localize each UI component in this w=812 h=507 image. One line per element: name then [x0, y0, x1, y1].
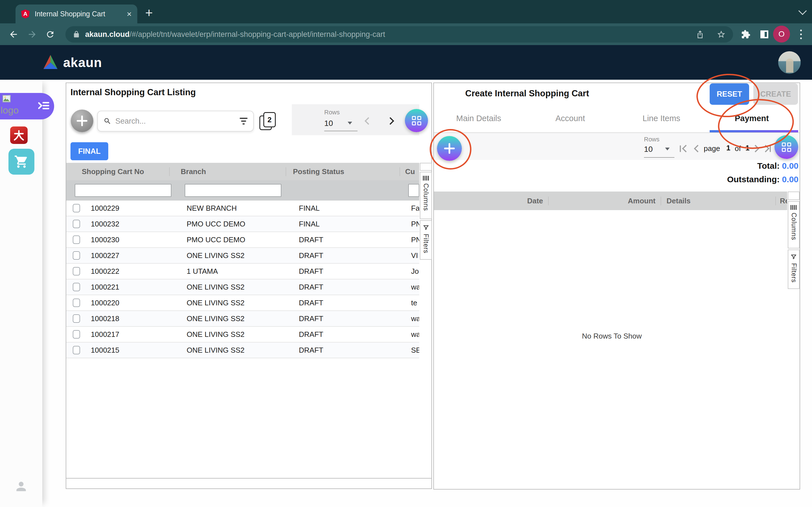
search-placeholder: Search... — [115, 117, 240, 126]
listing-grid-view-button[interactable] — [405, 109, 428, 132]
rows-per-page-value[interactable]: 10 — [644, 145, 653, 154]
tab-close-icon[interactable]: × — [126, 10, 132, 18]
payment-table: Date Amount Details Re — [434, 191, 787, 210]
col-posting-status[interactable]: Posting Status — [286, 167, 400, 176]
listing-table: Shopping Cart No Branch Posting Status C… — [66, 163, 419, 358]
sidebar-expand-icon[interactable] — [37, 99, 50, 112]
tab-search-chevron-icon[interactable] — [799, 7, 807, 15]
sidebar-person-icon[interactable] — [14, 480, 28, 494]
rows-select-underline — [324, 131, 357, 131]
tab-main-details[interactable]: Main Details — [456, 114, 501, 123]
col-created-clipped[interactable]: Cu — [400, 167, 419, 176]
col-date[interactable]: Date — [434, 196, 548, 205]
rows-caret-icon[interactable] — [348, 122, 352, 124]
browser-toolbar: akaun.cloud/#/applet/tnt/wavelet/erp/int… — [0, 23, 812, 45]
page-word: page — [704, 144, 720, 153]
sidebar-app-red-icon[interactable] — [10, 126, 28, 144]
listing-add-button[interactable] — [71, 110, 93, 132]
col-details[interactable]: Details — [661, 196, 775, 205]
listing-table-header: Shopping Cart No Branch Posting Status C… — [66, 163, 419, 180]
new-tab-button[interactable]: + — [145, 6, 153, 19]
table-row[interactable]: 1000229NEW BRANCH FINALFa — [66, 201, 419, 216]
table-row[interactable]: 10002221 UTAMA DRAFTJo — [66, 264, 419, 279]
extensions-puzzle-icon[interactable] — [739, 23, 752, 45]
row-checkbox[interactable] — [73, 235, 80, 244]
table-row[interactable]: 1000230PMO UCC DEMO DRAFTPN — [66, 232, 419, 248]
table-row[interactable]: 1000221ONE LIVING SS2 DRAFTwa — [66, 279, 419, 295]
sidebar-shopping-cart-icon[interactable] — [8, 149, 35, 175]
menu-dots-icon[interactable] — [797, 23, 805, 45]
reload-icon[interactable] — [44, 23, 56, 45]
row-checkbox[interactable] — [73, 330, 80, 339]
share-icon[interactable] — [696, 30, 704, 39]
columns-icon — [423, 176, 429, 180]
filters-side-tab[interactable]: Filters — [420, 220, 432, 260]
col-amount[interactable]: Amount — [548, 196, 661, 205]
url-bar[interactable]: akaun.cloud/#/applet/tnt/wavelet/erp/int… — [65, 26, 733, 43]
plus-icon — [77, 115, 87, 126]
prev-page-icon[interactable] — [694, 145, 702, 152]
rows-caret-icon[interactable] — [665, 148, 670, 151]
filter-created-input[interactable] — [408, 184, 419, 197]
row-checkbox[interactable] — [73, 298, 80, 307]
final-filter-button[interactable]: FINAL — [70, 142, 108, 160]
lock-icon — [73, 31, 80, 38]
row-checkbox[interactable] — [73, 314, 80, 323]
forward-icon[interactable] — [26, 23, 38, 45]
profile-initial: O — [778, 30, 784, 39]
search-filter-icon[interactable] — [240, 118, 248, 124]
filter-cart-no-input[interactable] — [75, 184, 171, 197]
tab-line-items[interactable]: Line Items — [643, 114, 680, 123]
row-checkbox[interactable] — [73, 283, 80, 291]
listing-filter-row — [66, 180, 419, 201]
table-row[interactable]: 1000232PMO UCC DEMO FINALPN — [66, 216, 419, 232]
rows-select-underline — [644, 157, 674, 158]
rows-per-page-value[interactable]: 10 — [324, 119, 333, 128]
bookmark-star-icon[interactable] — [717, 30, 726, 39]
user-avatar[interactable] — [778, 51, 801, 74]
browser-tab-bar: A Internal Shopping Cart × + — [0, 0, 812, 23]
row-checkbox[interactable] — [73, 204, 80, 212]
url-host: akaun.cloud — [85, 30, 130, 39]
table-row[interactable]: 1000217ONE LIVING SS2 DRAFTwa — [66, 327, 419, 342]
detail-title: Create Internal Shopping Cart — [465, 89, 589, 99]
filters-side-tab[interactable]: Filters — [788, 249, 800, 289]
angular-favicon-icon: A — [21, 10, 30, 18]
table-row[interactable]: 1000227ONE LIVING SS2 DRAFTVI — [66, 248, 419, 264]
col-shopping-cart-no[interactable]: Shopping Cart No — [66, 167, 169, 176]
back-icon[interactable] — [7, 23, 20, 45]
duplicate-pages-icon[interactable]: 2 — [259, 112, 276, 129]
next-page-icon[interactable] — [387, 117, 394, 125]
row-checkbox[interactable] — [73, 220, 80, 228]
akaun-triangle-icon — [42, 54, 59, 71]
columns-side-tab[interactable]: Columns — [420, 172, 432, 219]
table-row[interactable]: 1000220ONE LIVING SS2 DRAFTte — [66, 295, 419, 311]
table-row[interactable]: 1000215ONE LIVING SS2 DRAFTSE — [66, 342, 419, 358]
duplicate-badge: 2 — [263, 112, 276, 127]
prev-page-icon[interactable] — [364, 117, 372, 125]
url-text: akaun.cloud/#/applet/tnt/wavelet/erp/int… — [85, 30, 696, 39]
listing-bottom-divider — [66, 478, 432, 478]
brand-name: akaun — [63, 55, 102, 70]
browser-tab[interactable]: A Internal Shopping Cart × — [15, 4, 137, 23]
row-checkbox[interactable] — [73, 346, 80, 354]
outstanding-label: Outstanding: — [727, 175, 780, 184]
columns-side-tab[interactable]: Columns — [788, 201, 800, 248]
col-branch[interactable]: Branch — [169, 167, 286, 176]
filter-branch-input[interactable] — [185, 184, 281, 197]
browser-profile-button[interactable]: O — [773, 25, 790, 43]
col-remarks-clipped[interactable]: Re — [775, 196, 787, 205]
columns-icon — [791, 205, 797, 210]
outstanding-line: Outstanding: 0.00 — [434, 175, 799, 184]
brand-logo[interactable]: akaun — [42, 45, 102, 80]
table-row[interactable]: 1000218ONE LIVING SS2 DRAFTwa — [66, 311, 419, 327]
row-checkbox[interactable] — [73, 251, 80, 260]
row-checkbox[interactable] — [73, 267, 80, 276]
total-label: Total: — [757, 161, 779, 170]
broken-image-icon — [2, 94, 12, 104]
payment-table-header: Date Amount Details Re — [434, 191, 787, 210]
side-panel-icon[interactable] — [758, 23, 771, 45]
tab-account[interactable]: Account — [555, 114, 585, 123]
listing-rows-bar: Rows 10 — [292, 104, 419, 135]
search-input[interactable]: Search... — [97, 111, 254, 131]
